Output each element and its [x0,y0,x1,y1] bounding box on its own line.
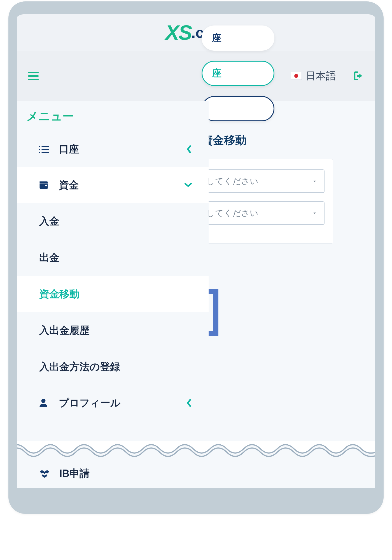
chevron-left-icon [186,145,192,153]
svg-rect-2 [39,149,40,150]
torn-edge [17,441,375,466]
sidebar-label-ib: IB申請 [59,467,90,480]
svg-rect-4 [39,152,40,153]
select-to-account[interactable]: 択してください [191,201,325,225]
wallet-icon [39,181,50,190]
tablet-home-button[interactable] [189,494,203,508]
tablet-speaker [174,5,218,9]
sidebar: メニュー 口座 [17,101,209,421]
sidebar-item-funds[interactable]: 資金 [17,167,209,203]
sidebar-sub-methods[interactable]: 入出金方法の登録 [17,349,209,385]
chevron-down-icon [185,182,192,188]
tablet-frame: XS .com 日本語 座 座 資 [8,1,384,514]
account-tab-2-label: 座 [212,67,221,80]
chevron-down-icon [312,210,318,216]
chevron-down-icon [312,178,318,184]
account-tab-3[interactable] [202,96,274,121]
list-icon [39,145,50,153]
hamburger-icon[interactable] [28,72,39,80]
sidebar-sub-transfer[interactable]: 資金移動 [17,276,209,312]
user-icon [39,398,50,408]
sidebar-item-account[interactable]: 口座 [17,131,209,167]
chevron-left-icon [186,399,192,407]
menu-title: メニュー [17,104,209,131]
svg-rect-0 [39,146,40,147]
page-title: 資金移動 [202,132,358,148]
svg-rect-3 [42,149,49,150]
sidebar-item-profile[interactable]: プロフィール [17,385,209,421]
sidebar-sub-history[interactable]: 入出金履歴 [17,312,209,349]
svg-rect-5 [42,152,49,153]
sidebar-label-funds: 資金 [59,178,185,192]
sidebar-sub-withdraw[interactable]: 出金 [17,239,209,276]
sidebar-label-account: 口座 [59,143,186,156]
svg-rect-1 [42,146,49,147]
account-tab-2[interactable]: 座 [202,61,274,86]
account-tab-1[interactable]: 座 [202,25,274,51]
select-from-account[interactable]: 択してください [191,169,325,193]
sidebar-label-profile: プロフィール [59,396,186,410]
sidebar-sub-deposit[interactable]: 入金 [17,203,209,239]
screen: XS .com 日本語 座 座 資 [17,14,375,488]
account-tab-1-label: 座 [212,32,221,45]
handshake-icon [39,469,52,478]
